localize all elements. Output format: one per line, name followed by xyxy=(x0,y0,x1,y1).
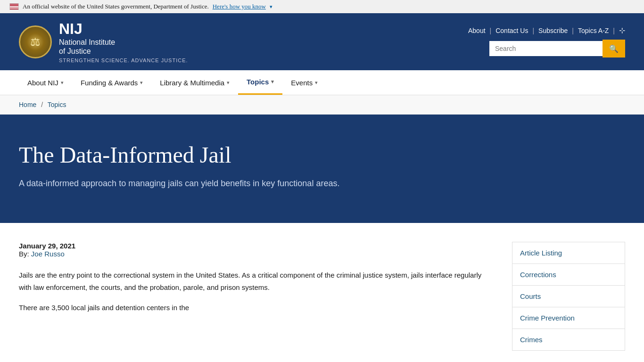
nav-item-about-nij[interactable]: About NIJ ▾ xyxy=(19,70,72,95)
gov-banner: An official website of the United States… xyxy=(0,0,644,13)
sidebar-item-crime-prevention[interactable]: Crime Prevention xyxy=(512,307,625,329)
search-bar: 🔍 xyxy=(489,40,625,58)
sidebar-nav: Article Listing Corrections Courts Crime… xyxy=(512,242,625,351)
doj-seal xyxy=(19,25,52,58)
nav-item-events[interactable]: Events ▾ xyxy=(282,70,326,95)
logo-text: NIJ National Instituteof Justice STRENGT… xyxy=(59,20,188,63)
subscribe-link[interactable]: Subscribe xyxy=(538,27,568,34)
share-icon[interactable]: ⊹ xyxy=(619,26,625,35)
article-body: Jails are the entry point to the correct… xyxy=(19,269,484,314)
main-nav: About NIJ ▾ Funding & Awards ▾ Library &… xyxy=(0,70,644,95)
sidebar-item-article-listing[interactable]: Article Listing xyxy=(512,242,625,264)
search-button[interactable]: 🔍 xyxy=(603,40,625,58)
separator: | xyxy=(572,27,574,34)
sidebar-item-courts[interactable]: Courts xyxy=(512,286,625,307)
chevron-down-icon: ▾ xyxy=(61,80,64,86)
article-date: January 29, 2021 xyxy=(19,242,484,250)
chevron-down-icon: ▾ xyxy=(271,79,274,85)
nav-item-topics[interactable]: Topics ▾ xyxy=(238,70,282,95)
hero-subtitle: A data-informed approach to managing jai… xyxy=(19,177,625,190)
sidebar-item-crimes[interactable]: Crimes xyxy=(512,329,625,350)
nav-item-library-multimedia[interactable]: Library & Multimedia ▾ xyxy=(151,70,238,95)
article-author: By: Joe Russo xyxy=(19,250,484,258)
nav-item-funding-awards[interactable]: Funding & Awards ▾ xyxy=(72,70,151,95)
nij-tagline: STRENGTHEN SCIENCE. ADVANCE JUSTICE. xyxy=(59,58,188,63)
separator: | xyxy=(613,27,615,34)
main-content: January 29, 2021 By: Joe Russo Jails are… xyxy=(19,242,484,351)
header-links: About | Contact Us | Subscribe | Topics … xyxy=(468,26,625,35)
hero-section: The Data-Informed Jail A data-informed a… xyxy=(0,115,644,223)
chevron-down-icon: ▾ xyxy=(315,80,318,86)
breadcrumb: Home / Topics xyxy=(0,95,644,115)
search-input[interactable] xyxy=(489,41,603,56)
us-flag xyxy=(9,3,19,10)
nij-abbr: NIJ xyxy=(59,20,188,38)
author-link[interactable]: Joe Russo xyxy=(31,250,65,258)
chevron-down-icon: ▾ xyxy=(227,80,230,86)
site-header: NIJ National Instituteof Justice STRENGT… xyxy=(0,13,644,70)
contact-link[interactable]: Contact Us xyxy=(495,27,528,34)
article-paragraph-1: Jails are the entry point to the correct… xyxy=(19,269,484,293)
breadcrumb-home[interactable]: Home xyxy=(19,101,36,108)
header-right: About | Contact Us | Subscribe | Topics … xyxy=(468,26,625,58)
about-link[interactable]: About xyxy=(468,27,486,34)
separator: | xyxy=(532,27,534,34)
logo-area: NIJ National Instituteof Justice STRENGT… xyxy=(19,20,188,63)
breadcrumb-topics[interactable]: Topics xyxy=(48,101,66,108)
breadcrumb-separator: / xyxy=(41,101,43,108)
chevron-down-icon: ▾ xyxy=(270,4,272,10)
gov-banner-link[interactable]: Here's how you know xyxy=(213,3,266,10)
separator: | xyxy=(490,27,492,34)
page-title: The Data-Informed Jail xyxy=(19,143,625,168)
sidebar: Article Listing Corrections Courts Crime… xyxy=(512,242,625,351)
gov-banner-text: An official website of the United States… xyxy=(23,3,209,10)
nij-full-name: National Instituteof Justice xyxy=(59,38,188,56)
article-meta: January 29, 2021 By: Joe Russo xyxy=(19,242,484,258)
chevron-down-icon: ▾ xyxy=(140,80,143,86)
topics-az-link[interactable]: Topics A-Z xyxy=(578,27,609,34)
article-paragraph-2: There are 3,500 local jails and detentio… xyxy=(19,302,484,314)
content-area: January 29, 2021 By: Joe Russo Jails are… xyxy=(0,223,644,362)
sidebar-item-corrections[interactable]: Corrections xyxy=(512,264,625,286)
